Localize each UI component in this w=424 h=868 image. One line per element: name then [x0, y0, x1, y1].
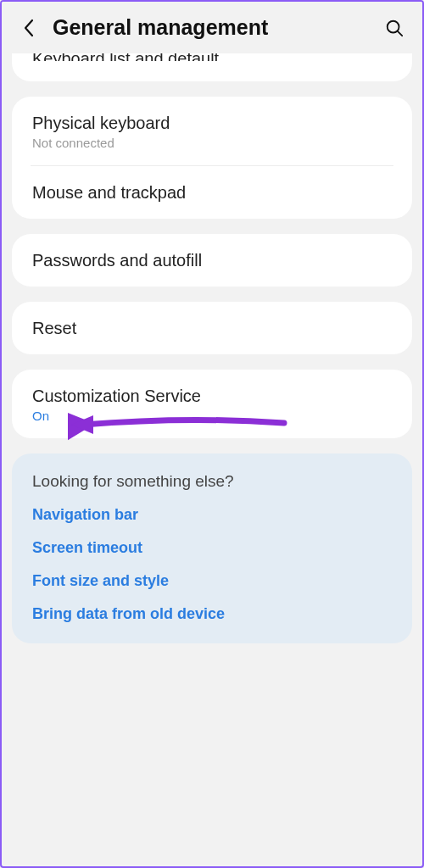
- item-label: Customization Service: [32, 385, 392, 407]
- suggestion-link-screen-timeout[interactable]: Screen timeout: [32, 539, 392, 557]
- physical-keyboard-item[interactable]: Physical keyboard Not connected: [12, 97, 412, 165]
- search-icon[interactable]: [383, 17, 405, 39]
- item-label: Mouse and trackpad: [32, 181, 392, 203]
- settings-content: Keyboard list and default Physical keybo…: [2, 53, 422, 643]
- suggestion-link-navigation-bar[interactable]: Navigation bar: [32, 506, 392, 524]
- customization-service-item[interactable]: Customization Service On: [12, 370, 412, 438]
- item-label: Passwords and autofill: [32, 249, 392, 271]
- header: General management: [2, 2, 422, 47]
- suggestion-link-font-size[interactable]: Font size and style: [32, 572, 392, 590]
- item-subtitle: On: [32, 409, 392, 423]
- item-label: Reset: [32, 317, 392, 339]
- keyboard-list-item[interactable]: Keyboard list and default: [12, 53, 412, 81]
- suggestions-title: Looking for something else?: [32, 472, 392, 491]
- svg-line-1: [398, 31, 403, 35]
- customization-group: Customization Service On: [12, 370, 412, 438]
- back-icon[interactable]: [19, 18, 39, 38]
- mouse-trackpad-item[interactable]: Mouse and trackpad: [12, 166, 412, 219]
- input-devices-group: Physical keyboard Not connected Mouse an…: [12, 97, 412, 219]
- item-label: Physical keyboard: [32, 112, 392, 134]
- reset-item[interactable]: Reset: [12, 302, 412, 354]
- suggestions-card: Looking for something else? Navigation b…: [12, 453, 412, 643]
- page-title: General management: [53, 15, 383, 40]
- suggestion-link-bring-data[interactable]: Bring data from old device: [32, 605, 392, 623]
- item-label: Keyboard list and default: [32, 53, 392, 61]
- item-subtitle: Not connected: [32, 136, 392, 150]
- passwords-autofill-group: Passwords and autofill: [12, 234, 412, 287]
- passwords-autofill-item[interactable]: Passwords and autofill: [12, 234, 412, 287]
- reset-group: Reset: [12, 302, 412, 354]
